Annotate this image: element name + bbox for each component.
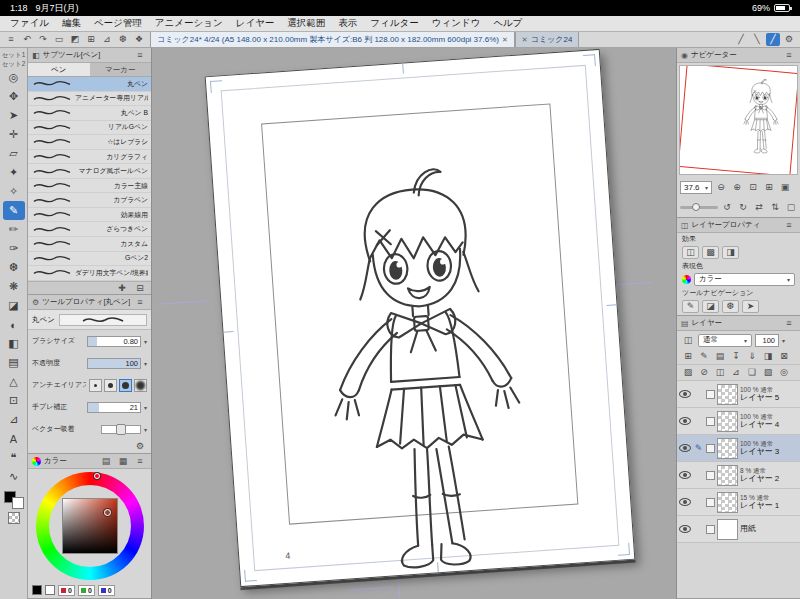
toolnav-eraser-icon[interactable]: ◪ [702, 300, 719, 313]
subtool-tab-pen[interactable]: ペン [28, 63, 90, 76]
sv-cursor[interactable] [104, 509, 111, 516]
flip-vertical-icon[interactable]: ⇅ [768, 201, 782, 214]
actual-pixels-icon[interactable]: ⊞ [762, 181, 776, 194]
menu-page-manage[interactable]: ページ管理 [94, 17, 142, 30]
green-value[interactable]: 0 [78, 585, 95, 596]
eraser-tool[interactable]: ◪ [3, 296, 25, 315]
layer-row[interactable]: 15 % 通常レイヤー 1 [677, 489, 800, 516]
move-tool[interactable]: ✥ [3, 87, 25, 106]
paper-layer-row[interactable]: 用紙 [677, 516, 800, 543]
close-tab-icon[interactable]: ✕ [502, 36, 508, 44]
layer-row-selected[interactable]: ✎ 100 % 通常レイヤー 3 [677, 435, 800, 462]
merge-down-icon[interactable]: ⇓ [745, 350, 759, 363]
stabilize-c-icon[interactable]: ╱ [766, 33, 780, 46]
subtool-item[interactable]: 丸ペン B [28, 106, 151, 121]
close-tab-icon[interactable]: ✕ [522, 36, 528, 44]
layer-row[interactable]: 100 % 通常レイヤー 5 [677, 381, 800, 408]
redo-icon[interactable]: ↷ [36, 33, 50, 46]
lock-layer-icon[interactable]: ⊘ [697, 366, 711, 379]
pencil-tool[interactable]: ✏ [3, 220, 25, 239]
layer-thumbnail[interactable] [717, 438, 738, 459]
zoom-value[interactable]: 37.6▾ [680, 181, 712, 194]
layer-move-tool[interactable]: ✛ [3, 125, 25, 144]
panel-menu-icon[interactable]: ≡ [133, 296, 147, 309]
red-value[interactable]: 0 [58, 585, 75, 596]
flip-horizontal-icon[interactable]: ⇄ [752, 201, 766, 214]
layer-thumbnail[interactable] [717, 465, 738, 486]
aa-middle-button[interactable] [119, 379, 132, 392]
menu-edit[interactable]: 編集 [62, 17, 81, 30]
lock-transparent-icon[interactable]: ▨ [681, 366, 695, 379]
layer-checkbox[interactable] [706, 444, 715, 453]
operation-tool[interactable]: ➤ [3, 106, 25, 125]
pen-tool[interactable]: ✎ [3, 201, 25, 220]
menu-file[interactable]: ファイル [10, 17, 49, 30]
paper-thumbnail[interactable] [717, 519, 738, 540]
toolnav-airbrush-icon[interactable]: ❆ [722, 300, 739, 313]
visibility-eye-icon[interactable] [679, 390, 691, 398]
new-folder-icon[interactable]: ▤ [713, 350, 727, 363]
visibility-eye-icon[interactable] [679, 498, 691, 506]
chevron-down-icon[interactable]: ▾ [144, 404, 147, 411]
menu-window[interactable]: ウィンドウ [432, 17, 481, 30]
wrench-icon[interactable]: ⚙ [133, 440, 147, 453]
main-menu-icon[interactable]: ≡ [4, 33, 18, 46]
zoom-slider[interactable] [680, 206, 718, 209]
opacity-slider[interactable]: 100 [87, 358, 141, 369]
create-mask-icon[interactable]: ◨ [761, 350, 775, 363]
ruler-tool[interactable]: ⊿ [3, 410, 25, 429]
layer-thumbnail[interactable] [717, 384, 738, 405]
figure-tool[interactable]: △ [3, 372, 25, 391]
palette-color-icon[interactable]: ▧ [761, 366, 775, 379]
stabilize-a-icon[interactable]: ╱ [734, 33, 748, 46]
navigator-preview[interactable] [679, 65, 798, 175]
visibility-eye-icon[interactable] [679, 471, 691, 479]
enable-mask-icon[interactable]: ◫ [713, 366, 727, 379]
subtool-item[interactable]: カリグラフィ [28, 150, 151, 165]
panel-menu-icon[interactable]: ≡ [782, 317, 796, 330]
new-vector-layer-icon[interactable]: ✎ [697, 350, 711, 363]
toolnav-pen-icon[interactable]: ✎ [682, 300, 699, 313]
menu-selection[interactable]: 選択範囲 [287, 17, 325, 30]
chevron-down-icon[interactable]: ▾ [144, 360, 147, 367]
grid-toggle-icon[interactable]: ⊞ [84, 33, 98, 46]
rotate-left-icon[interactable]: ↺ [720, 201, 734, 214]
tone-effect-icon[interactable]: ▩ [702, 246, 719, 259]
blend-tool[interactable]: ◐ [3, 315, 25, 334]
panel-menu-icon[interactable]: ≡ [782, 49, 796, 62]
menu-help[interactable]: ヘルプ [493, 17, 522, 30]
menu-layer[interactable]: レイヤー [236, 17, 275, 30]
visibility-eye-icon[interactable] [679, 417, 691, 425]
background-color-chip[interactable] [45, 585, 55, 595]
two-pane-icon[interactable]: ❏ [745, 366, 759, 379]
layer-opacity-value[interactable]: 100 [755, 334, 779, 347]
zoom-out-icon[interactable]: ⊖ [714, 181, 728, 194]
layer-thumbnail[interactable] [717, 411, 738, 432]
ruler-range-icon[interactable]: ⊿ [729, 366, 743, 379]
subtool-item[interactable]: ざらつきペン [28, 222, 151, 237]
visibility-eye-icon[interactable] [679, 444, 691, 452]
menu-animation[interactable]: アニメーション [155, 17, 223, 30]
background-color-swatch[interactable] [12, 497, 24, 509]
layer-checkbox[interactable] [706, 525, 715, 534]
layer-checkbox[interactable] [706, 498, 715, 507]
text-tool[interactable]: A [3, 429, 25, 448]
stabilize-b-icon[interactable]: ╲ [750, 33, 764, 46]
frame-border-tool[interactable]: ⊡ [3, 391, 25, 410]
subtool-item[interactable]: 効果線用 [28, 208, 151, 223]
eyedropper-tool[interactable]: ✧ [3, 182, 25, 201]
canvas-area[interactable]: 4 [152, 48, 676, 599]
delete-layer-icon[interactable]: ⊠ [777, 350, 791, 363]
panel-menu-icon[interactable]: ≡ [782, 219, 796, 232]
subtool-item[interactable]: リアルGペン [28, 121, 151, 136]
auto-select-tool[interactable]: ✦ [3, 163, 25, 182]
document-page[interactable]: 4 [205, 49, 636, 587]
chevron-down-icon[interactable]: ▾ [782, 337, 785, 344]
tool-set-label[interactable]: セット2 [2, 59, 26, 68]
subtool-tab-marker[interactable]: マーカー [90, 63, 152, 76]
foreground-color-chip[interactable] [32, 585, 42, 595]
subtool-item[interactable]: アニメーター専用リアル風鉛筆 社内の人気 [28, 92, 151, 107]
settings-gear-icon[interactable]: ⚙ [782, 33, 796, 46]
panel-menu-icon[interactable]: ≡ [133, 455, 147, 468]
transparent-color-swatch[interactable] [8, 512, 20, 524]
